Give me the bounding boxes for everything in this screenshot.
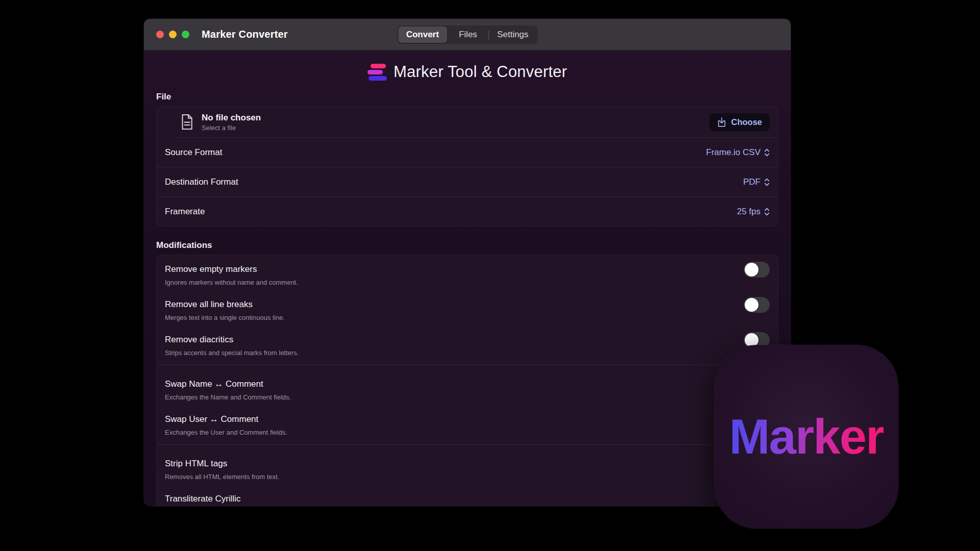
close-button[interactable]	[156, 31, 164, 38]
swap-name-comment-row: Swap Name ↔ Comment Exchanges the Name a…	[157, 365, 778, 408]
framerate-select[interactable]: 25 fps	[737, 207, 770, 217]
destination-format-label: Destination Format	[165, 177, 238, 187]
row-title: Strip HTML tags	[165, 458, 279, 469]
marker-app-icon: Marker	[715, 345, 898, 529]
file-section-label: File	[156, 92, 778, 102]
source-format-label: Source Format	[165, 147, 222, 158]
choose-file-button[interactable]: Choose	[709, 113, 770, 131]
chevron-up-down-icon	[764, 178, 770, 187]
row-subtitle: Exchanges the Name and Comment fields.	[165, 393, 291, 402]
chevron-up-down-icon	[764, 207, 770, 216]
row-title: Remove empty markers	[165, 264, 298, 275]
title-bar[interactable]: Marker Converter Convert Files Settings	[144, 19, 791, 51]
row-title: Swap User ↔ Comment	[165, 414, 287, 425]
tab-settings[interactable]: Settings	[489, 27, 536, 43]
tab-files[interactable]: Files	[448, 27, 488, 43]
chevron-up-down-icon	[764, 148, 770, 157]
window-title: Marker Converter	[202, 29, 288, 40]
row-subtitle: Strips accents and special marks from le…	[165, 348, 299, 357]
marker-logo-icon	[368, 64, 387, 81]
page-title: Marker Tool & Converter	[394, 63, 567, 81]
remove-empty-markers-row: Remove empty markers Ignores markers wit…	[157, 258, 778, 293]
swap-user-comment-row: Swap User ↔ Comment Exchanges the User a…	[157, 408, 778, 443]
app-header: Marker Tool & Converter	[156, 61, 778, 83]
zoom-button[interactable]	[182, 31, 189, 38]
destination-format-select[interactable]: PDF	[743, 177, 770, 187]
modifications-card: Remove empty markers Ignores markers wit…	[156, 255, 778, 506]
row-subtitle: Removes all HTML elements from text.	[165, 472, 279, 481]
row-subtitle: Exchanges the User and Comment fields.	[165, 428, 287, 437]
file-card: No file chosen Select a file Choose	[156, 106, 778, 227]
tab-convert[interactable]: Convert	[398, 27, 447, 43]
convert-pane: Marker Tool & Converter File No file c	[144, 51, 791, 506]
remove-line-breaks-row: Remove all line breaks Merges text into …	[157, 293, 778, 329]
tab-bar: Convert Files Settings	[397, 26, 538, 44]
modifications-section-label: Modifications	[156, 240, 778, 251]
remove-line-breaks-toggle[interactable]	[744, 297, 770, 313]
import-file-icon	[717, 117, 726, 128]
source-format-select[interactable]: Frame.io CSV	[706, 147, 770, 158]
row-title: Remove all line breaks	[165, 299, 285, 310]
traffic-lights	[144, 31, 189, 38]
minimize-button[interactable]	[169, 31, 177, 38]
file-hint-label: Select a file	[202, 124, 261, 132]
framerate-row: Framerate 25 fps	[157, 197, 778, 226]
marker-converter-window: Marker Converter Convert Files Settings …	[144, 19, 791, 506]
marker-app-icon-wordmark: Marker	[729, 409, 884, 465]
row-subtitle: Ignores markers without name and comment…	[165, 278, 298, 287]
framerate-label: Framerate	[165, 207, 205, 217]
transliterate-cyrillic-row: Transliterate Cyrillic Converts Cyrillic…	[157, 488, 778, 506]
row-subtitle: Merges text into a single continuous lin…	[165, 313, 285, 322]
source-format-row: Source Format Frame.io CSV	[157, 138, 778, 167]
remove-diacritics-row: Remove diacritics Strips accents and spe…	[157, 329, 778, 364]
document-icon	[179, 113, 194, 131]
remove-empty-markers-toggle[interactable]	[744, 262, 770, 278]
file-chosen-label: No file chosen	[202, 113, 261, 123]
file-picker-row: No file chosen Select a file Choose	[157, 107, 778, 137]
destination-format-row: Destination Format PDF	[157, 167, 778, 196]
strip-html-row: Strip HTML tags Removes all HTML element…	[157, 445, 778, 488]
row-title: Transliterate Cyrillic	[165, 493, 293, 505]
desktop-background: Marker Converter Convert Files Settings …	[0, 0, 980, 551]
row-title: Swap Name ↔ Comment	[165, 379, 291, 390]
row-title: Remove diacritics	[165, 334, 299, 345]
